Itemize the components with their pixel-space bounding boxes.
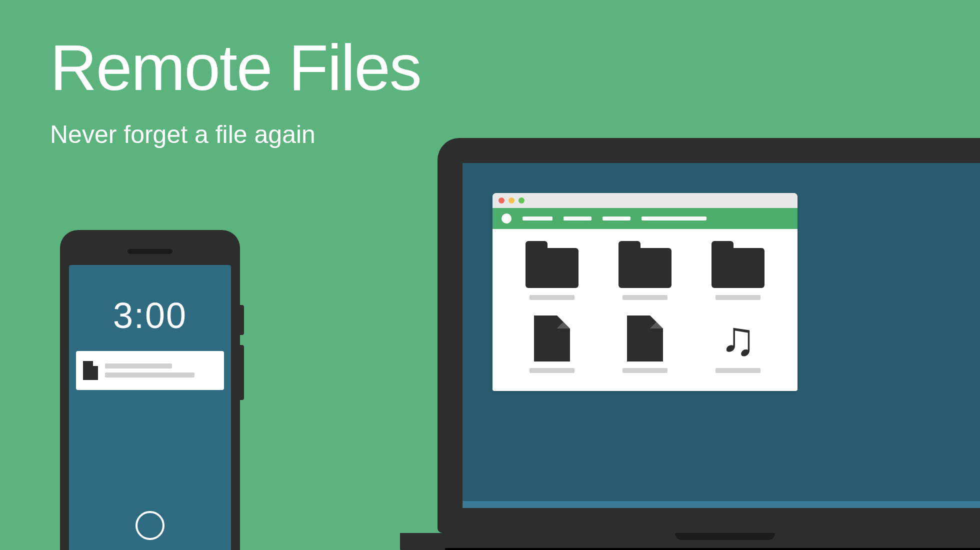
music-icon: ♫ — [720, 317, 756, 360]
folder-item[interactable] — [510, 244, 594, 300]
phone-speaker — [128, 249, 172, 254]
folder-icon — [618, 248, 672, 288]
file-icon — [83, 361, 98, 380]
file-label-placeholder — [622, 295, 668, 300]
file-browser-window[interactable]: ♫ — [492, 193, 798, 391]
taskbar — [462, 501, 980, 508]
laptop-device: ♫ — [400, 138, 980, 550]
phone-power-button — [240, 305, 244, 335]
folder-item[interactable] — [604, 244, 686, 300]
notification-title-placeholder — [105, 364, 172, 368]
laptop-base — [400, 533, 980, 550]
toolbar-item[interactable] — [642, 216, 706, 220]
file-item[interactable] — [604, 317, 686, 373]
maximize-icon[interactable] — [518, 198, 524, 204]
window-toolbar — [492, 208, 798, 229]
laptop-lid: ♫ — [438, 138, 980, 533]
phone-screen: 3:00 — [69, 265, 231, 550]
notification-card[interactable] — [76, 351, 224, 390]
folder-icon — [526, 248, 578, 288]
document-icon — [627, 316, 663, 362]
document-icon — [534, 316, 570, 362]
file-label-placeholder — [716, 295, 760, 300]
toolbar-item[interactable] — [602, 216, 630, 220]
notification-text — [105, 364, 217, 378]
notification-body-placeholder — [105, 372, 194, 378]
file-label-placeholder — [622, 368, 668, 373]
toolbar-avatar-icon[interactable] — [502, 214, 512, 224]
page-subtitle: Never forget a file again — [50, 120, 421, 149]
laptop-screen: ♫ — [462, 163, 980, 508]
laptop-notch — [675, 533, 775, 540]
folder-icon — [712, 248, 764, 288]
minimize-icon[interactable] — [508, 198, 514, 204]
file-label-placeholder — [530, 368, 574, 373]
phone-device: 3:00 — [60, 230, 240, 550]
toolbar-item[interactable] — [564, 216, 592, 220]
window-titlebar — [492, 193, 798, 208]
page-title: Remote Files — [50, 30, 421, 105]
heading-block: Remote Files Never forget a file again — [50, 30, 421, 149]
file-label-placeholder — [530, 295, 574, 300]
file-label-placeholder — [716, 368, 760, 373]
toolbar-item[interactable] — [522, 216, 552, 220]
close-icon[interactable] — [498, 198, 504, 204]
file-item[interactable] — [510, 317, 594, 373]
home-indicator-icon — [136, 511, 164, 540]
phone-volume-button — [240, 345, 244, 400]
music-item[interactable]: ♫ — [696, 317, 780, 373]
folder-item[interactable] — [696, 244, 780, 300]
file-grid: ♫ — [492, 229, 798, 391]
lockscreen-time: 3:00 — [69, 295, 231, 336]
